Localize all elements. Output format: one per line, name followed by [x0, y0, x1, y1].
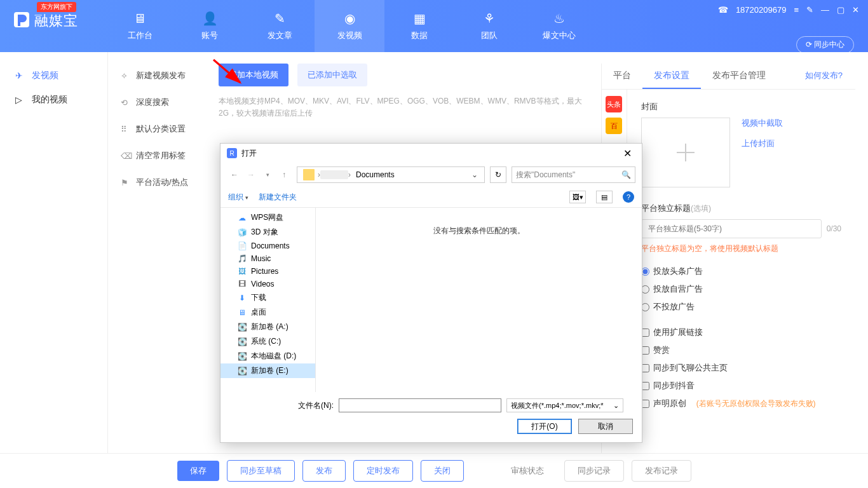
tree-item-label: Music	[251, 254, 271, 263]
tree-item[interactable]: 🖼Pictures	[220, 265, 315, 278]
save-button[interactable]: 保存	[177, 461, 219, 481]
nav-hotcenter[interactable]: ♨爆文中心	[524, 0, 594, 52]
path-dropdown-icon[interactable]: ⌄	[468, 170, 482, 179]
tree-item[interactable]: 🎞Videos	[220, 278, 315, 290]
dialog-open-button[interactable]: 打开(O)	[517, 419, 572, 434]
sec-clear-tags[interactable]: ⌫清空常用标签	[108, 142, 210, 169]
path-segment[interactable]: Documents	[351, 170, 400, 179]
file-type-filter[interactable]: 视频文件(*.mp4;*.mov;*.mkv;*⌄	[506, 398, 623, 412]
title-counter: 0/30	[827, 224, 841, 233]
menu-icon[interactable]: ≡	[794, 5, 799, 15]
tree-item[interactable]: 🎵Music	[220, 252, 315, 265]
check-ext-link[interactable]: 使用扩展链接	[641, 327, 841, 338]
tab-publish-settings[interactable]: 发布设置	[642, 64, 701, 89]
audit-status-button[interactable]: 审核状态	[498, 461, 557, 481]
select-from-added-button[interactable]: 已添加中选取	[297, 64, 367, 86]
add-local-video-button[interactable]: 添加本地视频	[219, 64, 288, 86]
tree-item-label: Documents	[251, 241, 290, 250]
check-reward[interactable]: 赞赏	[641, 344, 841, 356]
sync-draft-button[interactable]: 同步至草稿	[227, 460, 295, 482]
nav-forward-icon[interactable]: →	[243, 167, 259, 182]
upload-cover-link[interactable]: 上传封面	[742, 138, 783, 149]
nav-recent-icon[interactable]: ▾	[260, 167, 275, 182]
dialog-buttons: 打开(O) 取消	[229, 419, 633, 434]
tree-item[interactable]: ⬇下载	[220, 290, 315, 305]
tree-item-label: Videos	[251, 280, 274, 288]
sec-deep-search[interactable]: ⟲深度搜索	[108, 89, 210, 116]
nav-article[interactable]: ✎发文章	[245, 0, 315, 52]
check-original[interactable]: 声明原创 (若账号无原创权限会导致发布失败)	[641, 398, 841, 409]
maximize-icon[interactable]: ▢	[837, 5, 844, 15]
sec-default-category[interactable]: ⠿默认分类设置	[108, 116, 210, 142]
cover-upload-box[interactable]	[641, 118, 730, 187]
sync-center-button[interactable]: ⟳ 同步中心	[796, 36, 854, 53]
tree-item[interactable]: 📄Documents	[220, 240, 315, 252]
view-mode-button[interactable]: 🖼▾	[569, 191, 586, 203]
tab-platform[interactable]: 平台	[602, 64, 642, 89]
nav-video[interactable]: ◉发视频	[315, 0, 384, 52]
tree-item-label: 桌面	[251, 307, 266, 318]
tree-item[interactable]: 💽新加卷 (A:)	[220, 320, 315, 334]
radio-self-ad[interactable]: 投放自营广告	[641, 283, 841, 295]
tree-item-icon: 🖥	[237, 308, 247, 317]
nav-account[interactable]: 👤账号	[175, 0, 245, 52]
search-icon: 🔍	[621, 170, 631, 179]
right-content: 封面 视频中截取 上传封面 平台独立标题(选填) 0/30	[627, 90, 855, 439]
capture-from-video-link[interactable]: 视频中截取	[742, 118, 783, 129]
tree-item-icon: 💽	[237, 323, 247, 332]
publish-button[interactable]: 发布	[302, 460, 346, 482]
nav-up-icon[interactable]: ↑	[276, 167, 292, 182]
check-sync-feiliao[interactable]: 同步到飞聊公共主页	[641, 362, 841, 374]
sec-platform-activity[interactable]: ⚑平台活动/热点	[108, 169, 210, 196]
radio-toutiao-ad[interactable]: 投放头条广告	[641, 266, 841, 277]
tree-item[interactable]: 💽本地磁盘 (D:)	[220, 349, 315, 363]
organize-menu[interactable]: 组织	[228, 192, 248, 203]
check-sync-douyin[interactable]: 同步到抖音	[641, 380, 841, 391]
platform-title-input[interactable]	[641, 219, 822, 238]
publish-record-button[interactable]: 发布记录	[632, 460, 691, 482]
close-button[interactable]: 关闭	[421, 460, 464, 482]
tree-item[interactable]: 🖥桌面	[220, 305, 315, 320]
tree-item-label: WPS网盘	[251, 212, 283, 223]
help-icon[interactable]: ?	[623, 191, 634, 203]
path-bar[interactable]: › › Documents ⌄	[297, 166, 485, 183]
schedule-button[interactable]: 定时发布	[353, 460, 413, 482]
how-to-publish-link[interactable]: 如何发布?	[794, 64, 855, 89]
radio-no-ad[interactable]: 不投放广告	[641, 301, 841, 313]
team-icon: ⚘	[484, 11, 495, 26]
refresh-button[interactable]: ↻	[490, 166, 506, 183]
filename-input[interactable]	[339, 398, 501, 412]
tree-item-icon: 💽	[237, 367, 247, 376]
sync-record-button[interactable]: 同步记录	[564, 460, 624, 482]
dialog-app-icon: R	[227, 148, 237, 158]
tree-item[interactable]: 💽新加卷 (E:)	[220, 363, 315, 378]
dialog-search-input[interactable]: 搜索"Documents" 🔍	[512, 166, 635, 183]
dialog-cancel-button[interactable]: 取消	[578, 419, 633, 434]
tree-item-icon: 💽	[237, 337, 247, 346]
nav-workbench[interactable]: 🖥工作台	[105, 0, 175, 52]
sec-new-video[interactable]: ✧新建视频发布	[108, 62, 210, 89]
logo-area: 东方网旗下 融媒宝	[0, 0, 105, 32]
sidebar-item-publish-video[interactable]: ✈发视频	[0, 64, 107, 88]
minimize-icon[interactable]: —	[821, 5, 829, 15]
platform-toutiao-icon[interactable]: 头条	[606, 96, 622, 112]
preview-pane-button[interactable]: ▤	[596, 191, 613, 203]
tab-platform-manage[interactable]: 发布平台管理	[701, 64, 777, 89]
platform-baijia-icon[interactable]: 百	[606, 118, 622, 134]
tree-item[interactable]: 💽系统 (C:)	[220, 334, 315, 349]
monitor-icon: 🖥	[133, 11, 146, 26]
tree-item[interactable]: ☁WPS网盘	[220, 210, 315, 225]
empty-message: 没有与搜索条件匹配的项。	[433, 226, 525, 236]
edit-icon[interactable]: ✎	[806, 5, 813, 15]
sidebar-item-my-video[interactable]: ▷我的视频	[0, 88, 107, 112]
nav-back-icon[interactable]: ←	[227, 167, 242, 182]
dialog-titlebar[interactable]: R 打开 ✕	[220, 144, 642, 163]
dialog-close-icon[interactable]: ✕	[620, 147, 635, 159]
folder-tree[interactable]: ☁WPS网盘🧊3D 对象📄Documents🎵Music🖼Pictures🎞Vi…	[220, 208, 316, 392]
nav-data[interactable]: ▦数据	[384, 0, 454, 52]
new-folder-button[interactable]: 新建文件夹	[259, 192, 297, 203]
close-icon[interactable]: ✕	[852, 5, 859, 15]
tree-item-icon: 🎞	[237, 280, 247, 288]
nav-team[interactable]: ⚘团队	[454, 0, 524, 52]
tree-item[interactable]: 🧊3D 对象	[220, 225, 315, 240]
